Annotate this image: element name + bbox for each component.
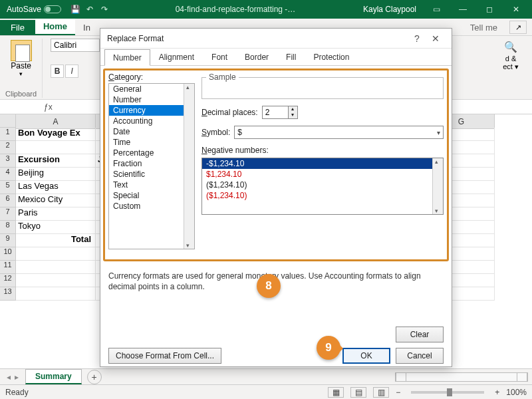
sheet-nav-next-icon[interactable]: ▸ <box>15 372 19 382</box>
tab-protection[interactable]: Protection <box>305 49 358 65</box>
tab-home[interactable]: Home <box>35 19 75 35</box>
row-header[interactable]: 6 <box>0 194 16 207</box>
row-header[interactable]: 4 <box>0 168 16 181</box>
callout-8: 8 <box>257 274 281 298</box>
paste-dropdown-icon[interactable]: ▾ <box>19 70 23 77</box>
share-icon[interactable]: ↗ <box>509 21 527 34</box>
cancel-button[interactable]: Cancel <box>396 348 444 364</box>
list-item[interactable]: General <box>109 84 194 94</box>
tab-fill[interactable]: Fill <box>277 49 305 65</box>
list-item[interactable]: Scientific <box>109 169 194 180</box>
negative-numbers-list[interactable]: -$1,234.10 $1,234.10 ($1,234.10) ($1,234… <box>201 158 444 215</box>
row-header[interactable]: 11 <box>0 261 16 274</box>
spin-down-icon[interactable]: ▾ <box>289 112 297 118</box>
list-item[interactable]: $1,234.10 <box>202 169 443 180</box>
autosave-toggle[interactable] <box>44 5 61 13</box>
clear-button[interactable]: Clear <box>396 327 444 342</box>
symbol-select[interactable]: $ ▾ <box>234 126 444 139</box>
find-select[interactable]: 🔍 d & ect ▾ <box>499 39 523 71</box>
decimal-places-spinner[interactable]: ▴▾ <box>262 106 298 119</box>
cell[interactable]: Excursion <box>16 154 96 168</box>
row-header[interactable]: 13 <box>0 287 16 301</box>
undo-icon[interactable]: ↶ <box>84 3 96 15</box>
fx-icon[interactable]: ƒx <box>39 102 58 112</box>
paste-button[interactable]: Paste ▾ <box>5 39 37 78</box>
normal-view-icon[interactable]: ▦ <box>328 387 344 398</box>
sheet-tab-summary[interactable]: Summary <box>25 369 82 384</box>
bold-button[interactable]: B <box>51 65 64 78</box>
category-list[interactable]: General Number Currency Accounting Date … <box>108 83 195 249</box>
list-item[interactable]: -$1,234.10 <box>202 158 443 169</box>
user-name[interactable]: Kayla Claypool <box>356 5 423 14</box>
cell[interactable]: Total <box>16 234 96 247</box>
tab-border[interactable]: Border <box>236 49 277 65</box>
cell[interactable]: Paris <box>16 207 96 221</box>
tab-alignment[interactable]: Alignment <box>150 49 203 65</box>
row-header[interactable]: 2 <box>0 141 16 154</box>
cell[interactable]: Mexico City <box>16 194 96 207</box>
callout-9: 9 <box>317 336 340 360</box>
cell[interactable]: Beijing <box>16 168 96 181</box>
list-item[interactable]: Number <box>109 94 194 105</box>
close-icon[interactable]: ✕ <box>503 0 529 19</box>
tab-insert[interactable]: In <box>75 20 98 35</box>
decimal-places-input[interactable] <box>262 106 289 119</box>
row-header[interactable]: 9 <box>0 234 16 247</box>
row-header[interactable]: 12 <box>0 274 16 287</box>
list-item[interactable]: Text <box>109 180 194 190</box>
ok-button[interactable]: OK <box>342 348 390 364</box>
category-scrollbar[interactable] <box>184 84 194 249</box>
dialog-close-icon[interactable]: ✕ <box>426 33 445 44</box>
pagelayout-view-icon[interactable]: ▤ <box>350 387 366 398</box>
redo-icon[interactable]: ↷ <box>98 3 110 15</box>
cell[interactable]: Las Vegas <box>16 181 96 194</box>
row-header[interactable]: 1 <box>0 128 16 141</box>
cell[interactable]: Tokyo <box>16 221 96 234</box>
list-item[interactable]: Currency <box>109 105 194 116</box>
select-all-corner[interactable] <box>0 114 16 128</box>
maximize-icon[interactable]: ◻ <box>476 0 503 19</box>
row-header[interactable]: 5 <box>0 181 16 194</box>
list-item[interactable]: Accounting <box>109 116 194 126</box>
zoom-out-icon[interactable]: − <box>396 388 400 397</box>
clipboard-label: Clipboard <box>5 88 37 98</box>
row-header[interactable]: 7 <box>0 207 16 221</box>
list-item[interactable]: Percentage <box>109 148 194 158</box>
dialog-titlebar[interactable]: Replace Format ? ✕ <box>100 29 452 49</box>
pagebreak-view-icon[interactable]: ▥ <box>373 387 389 398</box>
dialog-footer: Clear Choose Format From Cell... OK Canc… <box>100 323 452 366</box>
font-name-input[interactable]: Calibri <box>51 39 100 52</box>
ribbon-options-icon[interactable]: ▭ <box>423 0 450 19</box>
list-item[interactable]: ($1,234.10) <box>202 180 443 190</box>
row-header[interactable]: 10 <box>0 247 16 261</box>
zoom-level[interactable]: 100% <box>506 388 527 397</box>
cell[interactable]: Bon Voyage Ex <box>16 128 96 141</box>
choose-format-button[interactable]: Choose Format From Cell... <box>108 348 221 364</box>
negative-scrollbar[interactable] <box>432 158 443 214</box>
horizontal-scrollbar[interactable] <box>395 372 528 382</box>
row-header[interactable]: 3 <box>0 154 16 168</box>
clipboard-group: Paste ▾ Clipboard <box>4 39 43 98</box>
tab-font[interactable]: Font <box>203 49 236 65</box>
list-item[interactable]: Time <box>109 137 194 148</box>
list-item[interactable]: ($1,234.10) <box>202 190 443 201</box>
list-item[interactable]: Date <box>109 126 194 137</box>
list-item[interactable]: Custom <box>109 201 194 211</box>
zoom-in-icon[interactable]: + <box>495 388 499 397</box>
minimize-icon[interactable]: — <box>450 0 476 19</box>
save-icon[interactable]: 💾 <box>69 3 81 15</box>
help-icon[interactable]: ? <box>408 33 426 44</box>
col-header[interactable]: A <box>16 114 96 129</box>
autosave[interactable]: AutoSave <box>3 5 65 14</box>
tab-file[interactable]: File <box>0 20 35 35</box>
italic-button[interactable]: I <box>65 65 78 78</box>
add-sheet-button[interactable]: + <box>87 370 102 384</box>
tell-me[interactable]: Tell me <box>464 20 504 35</box>
list-item[interactable]: Special <box>109 190 194 201</box>
dialog-right-pane: Sample Decimal places: ▴▾ Symbol: $ ▾ Ne… <box>201 72 444 215</box>
tab-number[interactable]: Number <box>104 49 150 66</box>
sheet-nav-prev-icon[interactable]: ◂ <box>7 372 11 382</box>
row-header[interactable]: 8 <box>0 221 16 234</box>
zoom-slider[interactable] <box>411 391 484 394</box>
list-item[interactable]: Fraction <box>109 158 194 169</box>
